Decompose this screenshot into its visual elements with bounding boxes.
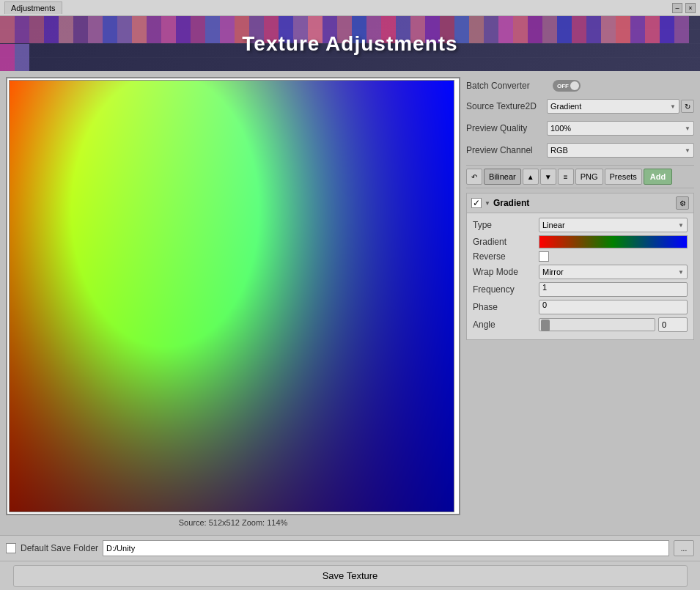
save-bar: Save Texture xyxy=(0,561,700,590)
close-button[interactable]: × xyxy=(685,3,696,13)
phase-input[interactable]: 0 xyxy=(539,300,688,314)
angle-controls: 0 xyxy=(539,317,688,332)
channel-select[interactable]: RGB ▼ xyxy=(547,143,694,158)
wrap-select[interactable]: Mirror ▼ xyxy=(539,265,688,279)
down-button[interactable]: ▼ xyxy=(540,169,556,185)
gradient-bar[interactable] xyxy=(539,235,688,248)
reverse-checkbox[interactable] xyxy=(539,251,549,262)
quality-value: 100% xyxy=(550,124,571,133)
effect-title: Gradient xyxy=(493,198,673,208)
source-select[interactable]: Gradient ▼ xyxy=(547,99,679,114)
bilinear-button[interactable]: Bilinear xyxy=(484,169,521,185)
gradient-label: Gradient xyxy=(473,237,539,247)
preview-canvas xyxy=(9,80,454,512)
gradient-row: Gradient xyxy=(473,235,688,248)
wrap-row: Wrap Mode Mirror ▼ xyxy=(473,265,688,279)
channel-row: Preview Channel RGB ▼ xyxy=(466,143,694,158)
batch-row: Batch Converter OFF xyxy=(466,77,694,95)
angle-label: Angle xyxy=(473,320,539,330)
save-folder-path[interactable]: D:/Unity xyxy=(103,540,669,556)
channel-label: Preview Channel xyxy=(466,145,547,155)
bottom-bar: Default Save Folder D:/Unity ... xyxy=(0,535,700,561)
wrap-label: Wrap Mode xyxy=(473,267,539,277)
minimize-button[interactable]: – xyxy=(672,3,682,13)
title-bar: Adjustments – × xyxy=(0,0,700,16)
quality-label: Preview Quality xyxy=(466,123,547,133)
type-row: Type Linear ▼ xyxy=(473,218,688,232)
quality-select[interactable]: 100% ▼ xyxy=(547,121,694,136)
preview-wrapper xyxy=(6,77,460,515)
source-row: Source Texture2D Gradient ▼ ↻ xyxy=(466,99,694,114)
angle-slider[interactable] xyxy=(539,318,655,331)
save-texture-button[interactable]: Save Texture xyxy=(13,565,688,587)
preview-panel: Source: 512x512 Zoom: 114% xyxy=(6,77,460,529)
effect-enable-checkbox[interactable]: ✓ xyxy=(471,198,482,208)
quality-arrow: ▼ xyxy=(685,125,690,132)
type-label: Type xyxy=(473,220,539,230)
angle-row: Angle 0 xyxy=(473,317,688,332)
wrap-arrow: ▼ xyxy=(678,269,684,276)
quality-row: Preview Quality 100% ▼ xyxy=(466,121,694,136)
png-button[interactable]: PNG xyxy=(575,169,603,185)
phase-row: Phase 0 xyxy=(473,300,688,314)
main-content: Source: 512x512 Zoom: 114% Batch Convert… xyxy=(0,71,700,535)
up-button[interactable]: ▲ xyxy=(523,169,539,185)
toolbar: ↶ Bilinear ▲ ▼ ≡ PNG Presets Add xyxy=(466,165,694,188)
presets-button[interactable]: Presets xyxy=(605,169,642,185)
toggle-state: OFF xyxy=(554,83,569,89)
title-tab[interactable]: Adjustments xyxy=(4,1,62,14)
batch-converter-toggle[interactable]: OFF xyxy=(553,80,581,92)
window-title: Adjustments xyxy=(11,4,56,12)
channel-arrow: ▼ xyxy=(685,147,690,154)
effect-header: ✓ ▼ Gradient ⚙ xyxy=(467,193,693,213)
browse-button[interactable]: ... xyxy=(674,540,694,556)
frequency-input[interactable]: 1 xyxy=(539,282,688,297)
wrap-value: Mirror xyxy=(542,268,564,276)
title-bar-left: Adjustments xyxy=(4,1,62,14)
preview-info: Source: 512x512 Zoom: 114% xyxy=(6,515,460,530)
toggle-knob xyxy=(570,81,579,90)
add-button[interactable]: Add xyxy=(644,169,672,185)
header-banner: Texture Adjustments xyxy=(0,16,700,71)
header-title: Texture Adjustments xyxy=(242,32,457,56)
channel-value: RGB xyxy=(550,146,568,155)
reverse-row: Reverse xyxy=(473,251,688,262)
phase-label: Phase xyxy=(473,302,539,312)
type-value: Linear xyxy=(542,221,565,229)
reverse-label: Reverse xyxy=(473,251,539,262)
save-folder-label: Default Save Folder xyxy=(21,543,98,553)
frequency-label: Frequency xyxy=(473,284,539,295)
type-arrow: ▼ xyxy=(678,222,684,229)
source-value: Gradient xyxy=(550,102,581,111)
type-select[interactable]: Linear ▼ xyxy=(539,218,688,232)
effect-panel: ✓ ▼ Gradient ⚙ Type Linear ▼ Gradient xyxy=(466,193,694,340)
effect-gear-button[interactable]: ⚙ xyxy=(676,196,689,210)
angle-value[interactable]: 0 xyxy=(658,317,688,332)
history-button[interactable]: ↶ xyxy=(466,169,482,185)
right-panel: Batch Converter OFF Source Texture2D Gra… xyxy=(466,77,694,529)
source-label: Source Texture2D xyxy=(466,101,547,111)
source-refresh-button[interactable]: ↻ xyxy=(681,100,694,113)
effect-body: Type Linear ▼ Gradient Reverse xyxy=(467,213,693,339)
expand-arrow-icon: ▼ xyxy=(485,200,490,207)
gradient-display xyxy=(10,81,454,512)
angle-slider-knob xyxy=(541,320,550,331)
title-bar-controls: – × xyxy=(672,3,696,13)
batch-converter-label: Batch Converter xyxy=(466,81,547,91)
save-folder-checkbox[interactable] xyxy=(6,543,16,553)
menu-button[interactable]: ≡ xyxy=(558,169,574,185)
source-select-arrow: ▼ xyxy=(670,103,676,110)
frequency-row: Frequency 1 xyxy=(473,282,688,297)
